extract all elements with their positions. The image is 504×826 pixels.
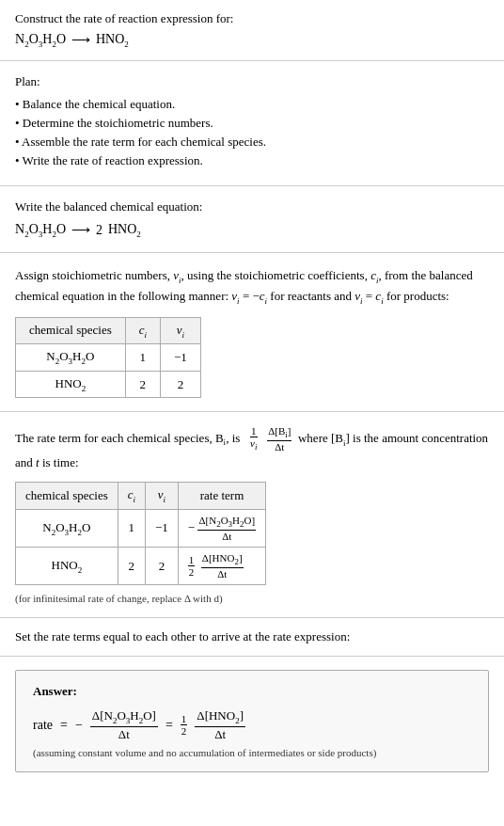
rate-term-1-frac: Δ[N2O3H2O] Δt [197, 515, 256, 542]
rate-col-vi: νi [146, 483, 179, 510]
rate-term-1: − Δ[N2O3H2O] Δt [178, 509, 265, 547]
rate-coeff-den: 2 [188, 566, 196, 578]
set-section: Set the rate terms equal to each other t… [0, 618, 504, 657]
plan-item-4: • Write the rate of reaction expression. [15, 153, 489, 168]
rate-intro: The rate term for each chemical species,… [15, 425, 489, 472]
rate-row-2: HNO2 2 2 1 2 Δ[HNO2] Δt [16, 548, 266, 585]
rate-row-1: N2O3H2O 1 −1 − Δ[N2O3H2O] Δt [16, 509, 266, 547]
answer-coeff-num: 1 [181, 713, 188, 725]
header-title: Construct the rate of reaction expressio… [15, 11, 489, 26]
balanced-arrow: ⟶ [71, 222, 90, 238]
answer-frac1-den: Δt [117, 727, 132, 742]
balanced-coefficient: 2 [96, 223, 102, 238]
stoich-vi-2: 2 [161, 371, 201, 398]
product-label: HNO2 [96, 32, 129, 49]
stoich-row-2: HNO2 2 2 [16, 371, 201, 398]
rate-term-2-frac: Δ[HNO2] Δt [201, 552, 244, 580]
plan-section: Plan: • Balance the chemical equation. •… [0, 61, 504, 186]
header-title-text: Construct the rate of reaction expressio… [15, 11, 233, 25]
stoich-intro: Assign stoichiometric numbers, νi, using… [15, 266, 489, 308]
rate-coeff-num: 1 [188, 554, 196, 566]
rate-coeff-frac: 1 2 [188, 554, 196, 578]
answer-section: Answer: rate = − Δ[N2O3H2O] Δt = 1 2 Δ[H… [0, 657, 504, 786]
rate-vi-2: 2 [146, 548, 179, 585]
stoich-ci-2: 2 [125, 371, 160, 398]
rate-nu-frac-den: νi [249, 437, 258, 453]
stoich-col-vi: νi [161, 317, 201, 344]
balanced-reaction: N2O3H2O ⟶ 2 HNO2 [15, 222, 489, 239]
answer-box: Answer: rate = − Δ[N2O3H2O] Δt = 1 2 Δ[H… [15, 670, 489, 772]
answer-coeff-frac: 1 2 [181, 713, 188, 737]
main-reaction: N2O3H2O ⟶ HNO2 [15, 32, 489, 49]
plan-item-1: • Balance the chemical equation. [15, 97, 489, 112]
answer-equation: rate = − Δ[N2O3H2O] Δt = 1 2 Δ[HNO2] Δt [33, 708, 471, 741]
rate-delta-den: Δt [274, 441, 285, 453]
answer-eq2-sign: = [165, 718, 173, 733]
answer-frac-1: Δ[N2O3H2O] Δt [90, 708, 158, 741]
plan-title: Plan: [15, 74, 489, 89]
header-section: Construct the rate of reaction expressio… [0, 0, 504, 61]
rate-ci-2: 2 [118, 548, 145, 585]
answer-coeff-den: 2 [181, 725, 188, 737]
rate-footnote: (for infinitesimal rate of change, repla… [15, 593, 489, 604]
rate-col-ci: ci [118, 483, 145, 510]
rate-col-species: chemical species [16, 483, 118, 510]
stoich-species-1: N2O3H2O [16, 344, 126, 372]
balanced-title: Write the balanced chemical equation: [15, 199, 489, 214]
rate-species-1: N2O3H2O [16, 509, 118, 547]
balanced-section: Write the balanced chemical equation: N2… [0, 186, 504, 253]
rate-species-2: HNO2 [16, 548, 118, 585]
answer-frac-2: Δ[HNO2] Δt [195, 708, 245, 741]
stoich-vi-1: −1 [161, 344, 201, 372]
rate-table: chemical species ci νi rate term N2O3H2O… [15, 482, 266, 585]
rate-intro-frac-prefix [244, 431, 246, 445]
plan-item-2: • Determine the stoichiometric numbers. [15, 116, 489, 131]
rate-nu-frac-num: 1 [250, 425, 258, 437]
balanced-product: HNO2 [108, 222, 141, 239]
stoich-section: Assign stoichiometric numbers, νi, using… [0, 253, 504, 413]
stoich-table: chemical species ci νi N2O3H2O 1 −1 HNO2… [15, 317, 201, 399]
rate-term-2-den: Δt [216, 568, 228, 580]
rate-col-term: rate term [178, 483, 265, 510]
stoich-col-species: chemical species [16, 317, 126, 344]
reaction-arrow: ⟶ [71, 32, 90, 48]
rate-delta-frac: Δ[Bi] Δt [267, 425, 291, 453]
answer-rate-label: rate [33, 718, 53, 733]
answer-eq1-sign: = [60, 718, 68, 733]
answer-frac2-den: Δt [213, 727, 228, 742]
rate-nu-frac: 1 νi [249, 425, 258, 453]
answer-note: (assuming constant volume and no accumul… [33, 747, 471, 758]
rate-term-1-den: Δt [221, 531, 232, 542]
answer-title: Answer: [33, 684, 471, 699]
balanced-reactant: N2O3H2O [15, 222, 66, 239]
stoich-ci-1: 1 [125, 344, 160, 372]
rate-term-2-num: Δ[HNO2] [201, 552, 244, 568]
answer-frac2-num: Δ[HNO2] [195, 708, 245, 726]
rate-ci-1: 1 [118, 509, 145, 547]
rate-section: The rate term for each chemical species,… [0, 412, 504, 618]
reactant-label: N2O3H2O [15, 32, 66, 49]
stoich-species-2: HNO2 [16, 371, 126, 398]
stoich-col-ci: ci [125, 317, 160, 344]
rate-intro-fraction: 1 νi [249, 431, 261, 445]
set-text: Set the rate terms equal to each other t… [15, 629, 489, 644]
rate-vi-1: −1 [146, 509, 179, 547]
plan-item-3: • Assemble the rate term for each chemic… [15, 135, 489, 150]
rate-delta-num: Δ[Bi] [267, 425, 291, 441]
rate-term-2: 1 2 Δ[HNO2] Δt [178, 548, 265, 585]
rate-term-1-num: Δ[N2O3H2O] [197, 515, 256, 531]
rate-intro-space [261, 431, 264, 445]
answer-frac1-num: Δ[N2O3H2O] [90, 708, 158, 726]
answer-eq1-neg: − [75, 718, 83, 733]
stoich-row-1: N2O3H2O 1 −1 [16, 344, 201, 372]
